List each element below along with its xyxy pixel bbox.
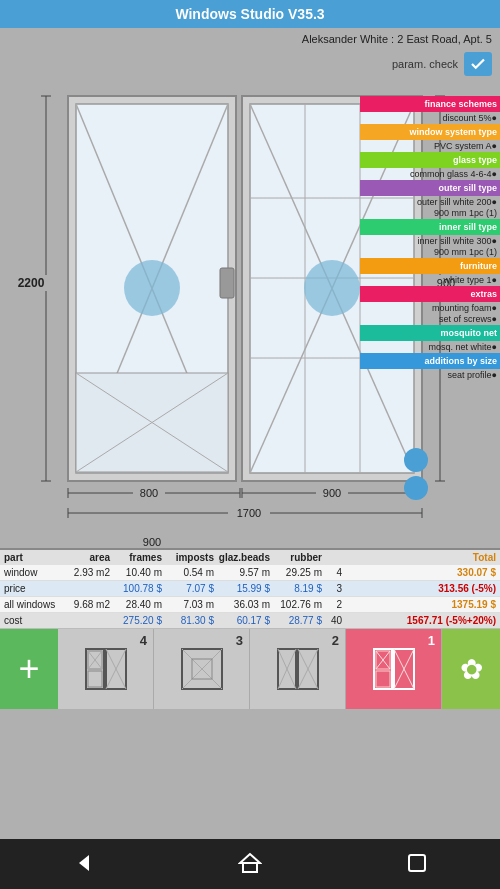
col-imposts: imposts <box>164 552 216 563</box>
cell-allwin-glazbeads: 36.03 m <box>216 599 272 610</box>
cell-price-frames: 100.78 $ <box>112 583 164 594</box>
cell-price-part: price <box>2 583 64 594</box>
window-thumb-4[interactable]: 4 <box>58 629 154 709</box>
svg-text:1700: 1700 <box>237 507 261 519</box>
thumb-num-3: 3 <box>236 633 243 648</box>
furniture-val: white type 1● <box>360 275 500 285</box>
svg-point-19 <box>304 260 360 316</box>
pvc-system-val: PVC system A● <box>360 141 500 151</box>
cell-price-extra: 3 <box>324 583 344 594</box>
cell-cost-glazbeads: 60.17 $ <box>216 615 272 626</box>
inner-sill-type-btn[interactable]: inner sill type <box>360 219 500 235</box>
outer-sill-val: outer sill white 200● <box>360 197 500 207</box>
col-glazbeads: glaz.beads <box>216 552 272 563</box>
cell-window-rubber: 29.25 m <box>272 567 324 578</box>
cell-allwin-area: 9.68 m2 <box>64 599 112 610</box>
col-area: area <box>64 552 112 563</box>
thumb-icon-4 <box>84 647 128 691</box>
svg-rect-50 <box>88 671 102 687</box>
recents-button[interactable] <box>405 851 429 877</box>
col-frames: frames <box>112 552 164 563</box>
cell-cost-imposts: 81.30 $ <box>164 615 216 626</box>
extras-btn[interactable]: extras <box>360 286 500 302</box>
cell-window-extra: 4 <box>324 567 344 578</box>
add-window-button[interactable]: + <box>0 629 58 709</box>
cell-cost-frames: 275.20 $ <box>112 615 164 626</box>
android-nav-bar <box>0 839 500 889</box>
cell-window-imposts: 0.54 m <box>164 567 216 578</box>
furniture-btn[interactable]: furniture <box>360 258 500 274</box>
table-row-price: price 100.78 $ 7.07 $ 15.99 $ 8.19 $ 3 3… <box>0 581 500 597</box>
glass-type-btn[interactable]: glass type <box>360 152 500 168</box>
drag-circle-2[interactable] <box>404 476 428 500</box>
outer-sill-size: 900 mm 1pc (1) <box>360 208 500 218</box>
back-button[interactable] <box>71 851 95 877</box>
svg-text:2200: 2200 <box>18 276 45 290</box>
customer-name: Aleksander White : 2 East Road, Apt. 5 <box>302 33 492 45</box>
window-thumb-1[interactable]: 1 <box>346 629 442 709</box>
window-thumb-3[interactable]: 3 <box>154 629 250 709</box>
app-header: Windows Studio V35.3 <box>0 0 500 28</box>
bottom-toolbar: + 4 3 2 <box>0 629 500 709</box>
window-drawing-area: 800 900 1700 2200 900 900 finance scheme… <box>0 78 500 548</box>
discount-val: discount 5%● <box>360 113 500 123</box>
window-thumb-2[interactable]: 2 <box>250 629 346 709</box>
table-row-cost: cost 275.20 $ 81.30 $ 60.17 $ 28.77 $ 40… <box>0 613 500 629</box>
data-table: part area frames imposts glaz.beads rubb… <box>0 548 500 629</box>
param-check-row: param. check <box>0 50 500 78</box>
thumb-icon-2 <box>276 647 320 691</box>
additions-size-btn[interactable]: additions by size <box>360 353 500 369</box>
cell-cost-rubber: 28.77 $ <box>272 615 324 626</box>
outer-sill-type-btn[interactable]: outer sill type <box>360 180 500 196</box>
cell-price-rubber: 8.19 $ <box>272 583 324 594</box>
thumb-num-1: 1 <box>428 633 435 648</box>
finance-schemes-btn[interactable]: finance schemes <box>360 96 500 112</box>
svg-rect-75 <box>409 855 425 871</box>
window-system-type-btn[interactable]: window system type <box>360 124 500 140</box>
table-row-all-windows: all windows 9.68 m2 28.40 m 7.03 m 36.03… <box>0 597 500 613</box>
right-labels-panel: finance schemes discount 5%● window syst… <box>360 96 500 380</box>
cell-allwin-rubber: 102.76 m <box>272 599 324 610</box>
cell-cost-part: cost <box>2 615 64 626</box>
customer-info: Aleksander White : 2 East Road, Apt. 5 <box>0 28 500 50</box>
app-title: Windows Studio V35.3 <box>175 6 324 22</box>
param-check-button[interactable] <box>464 52 492 76</box>
seat-profile-val: seat profile● <box>360 370 500 380</box>
svg-marker-73 <box>240 854 260 863</box>
svg-rect-5 <box>220 268 234 298</box>
svg-text:900: 900 <box>143 536 161 548</box>
mosquito-net-btn[interactable]: mosquito net <box>360 325 500 341</box>
col-rubber: rubber <box>272 552 324 563</box>
table-header-row: part area frames imposts glaz.beads rubb… <box>0 548 500 565</box>
cell-cost-extra: 40 <box>324 615 344 626</box>
cell-window-part: window <box>2 567 64 578</box>
screws-val: set of screws● <box>360 314 500 324</box>
cell-price-imposts: 7.07 $ <box>164 583 216 594</box>
mounting-foam-val: mounting foam● <box>360 303 500 313</box>
cell-window-glazbeads: 9.57 m <box>216 567 272 578</box>
home-button[interactable] <box>238 851 262 877</box>
cell-allwin-frames: 28.40 m <box>112 599 164 610</box>
svg-rect-68 <box>376 671 390 687</box>
cell-cost-area <box>64 615 112 626</box>
svg-text:900: 900 <box>323 487 341 499</box>
param-check-label: param. check <box>392 58 458 70</box>
cell-price-glazbeads: 15.99 $ <box>216 583 272 594</box>
col-total: Total <box>344 552 498 563</box>
col-part: part <box>2 552 64 563</box>
drag-circle-1[interactable] <box>404 448 428 472</box>
mosq-net-val: mosq. net white● <box>360 342 500 352</box>
thumb-icon-3 <box>180 647 224 691</box>
cell-price-area <box>64 583 112 594</box>
flower-icon: ✿ <box>460 653 483 686</box>
inner-sill-size: 900 mm 1pc (1) <box>360 247 500 257</box>
thumb-num-4: 4 <box>140 633 147 648</box>
cell-window-total: 330.07 $ <box>344 567 498 578</box>
svg-marker-72 <box>79 855 89 871</box>
flower-button[interactable]: ✿ <box>442 629 500 709</box>
svg-text:800: 800 <box>140 487 158 499</box>
cell-allwin-part: all windows <box>2 599 64 610</box>
cell-cost-total: 1567.71 (-5%+20%) <box>344 615 498 626</box>
cell-window-area: 2.93 m2 <box>64 567 112 578</box>
glass-type-val: common glass 4-6-4● <box>360 169 500 179</box>
